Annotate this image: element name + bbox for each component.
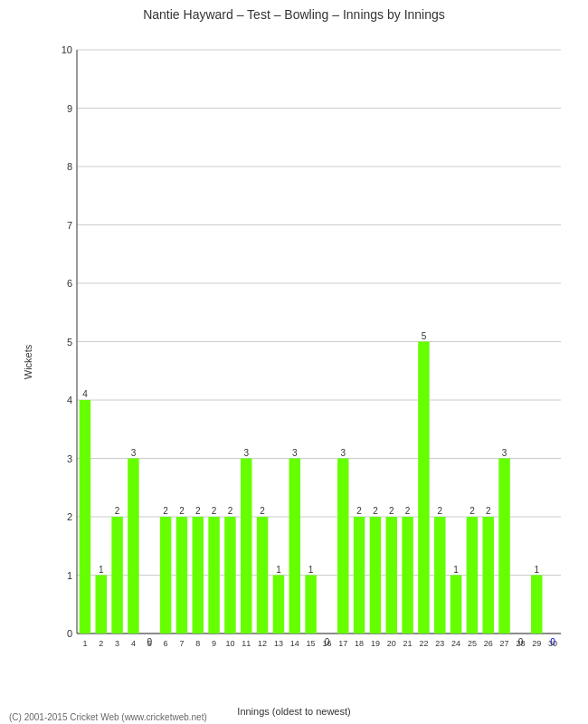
svg-rect-33 (128, 459, 138, 634)
svg-rect-79 (386, 517, 397, 634)
svg-text:10: 10 (225, 639, 234, 648)
svg-text:1: 1 (67, 570, 72, 581)
svg-text:8: 8 (195, 639, 200, 648)
svg-rect-30 (111, 517, 122, 634)
svg-text:21: 21 (403, 639, 413, 648)
svg-rect-24 (80, 400, 90, 634)
svg-text:14: 14 (290, 639, 299, 648)
svg-text:20: 20 (387, 639, 396, 648)
chart-svg: 0123456789104112233405262728292103112121… (50, 36, 570, 661)
svg-rect-105 (531, 576, 542, 634)
svg-text:1: 1 (308, 565, 314, 575)
svg-text:2: 2 (99, 639, 103, 648)
svg-text:7: 7 (179, 639, 184, 648)
svg-text:1: 1 (99, 565, 104, 575)
svg-text:5: 5 (422, 331, 427, 341)
svg-text:2: 2 (486, 506, 491, 516)
svg-text:2: 2 (212, 506, 217, 516)
svg-text:4: 4 (67, 395, 72, 405)
chart-title: Nantie Hayward – Test – Bowling – Inning… (0, 0, 588, 25)
svg-text:2: 2 (115, 506, 120, 516)
svg-rect-47 (208, 517, 219, 634)
svg-text:3: 3 (67, 453, 72, 464)
svg-text:25: 25 (468, 639, 477, 648)
svg-rect-85 (418, 342, 429, 634)
svg-text:2: 2 (260, 506, 265, 516)
svg-text:13: 13 (274, 639, 283, 648)
svg-text:3: 3 (131, 448, 137, 458)
svg-text:2: 2 (389, 506, 394, 516)
svg-rect-44 (193, 517, 204, 634)
svg-text:2: 2 (356, 506, 362, 516)
copyright-text: (C) 2001-2015 Cricket Web (www.cricketwe… (9, 712, 207, 722)
svg-text:15: 15 (307, 639, 316, 648)
svg-rect-50 (224, 517, 235, 634)
svg-rect-62 (289, 459, 300, 634)
svg-text:6: 6 (164, 639, 168, 648)
x-axis-label: Innings (oldest to newest) (237, 706, 350, 717)
svg-rect-41 (176, 517, 187, 634)
svg-rect-53 (241, 459, 251, 634)
svg-text:4: 4 (131, 639, 136, 648)
svg-text:28: 28 (516, 639, 525, 648)
svg-rect-100 (498, 459, 509, 634)
svg-text:3: 3 (502, 448, 507, 458)
svg-rect-65 (305, 576, 316, 634)
svg-text:2: 2 (67, 511, 72, 522)
svg-text:17: 17 (338, 639, 347, 648)
svg-rect-82 (402, 517, 413, 634)
svg-text:5: 5 (67, 337, 72, 348)
svg-text:26: 26 (484, 639, 493, 648)
svg-rect-56 (257, 517, 268, 634)
chart-area: 0123456789104112233405262728292103112121… (50, 36, 570, 661)
y-axis-label: Wickets (23, 345, 33, 380)
svg-text:1: 1 (534, 565, 539, 575)
svg-text:2: 2 (179, 506, 185, 516)
svg-text:10: 10 (62, 44, 72, 55)
svg-rect-88 (434, 517, 445, 634)
svg-text:7: 7 (67, 220, 72, 231)
svg-text:3: 3 (243, 448, 249, 458)
svg-text:30: 30 (548, 639, 557, 648)
svg-rect-76 (370, 517, 381, 634)
chart-container: Nantie Hayward – Test – Bowling – Inning… (0, 0, 588, 724)
svg-text:2: 2 (373, 506, 378, 516)
svg-text:22: 22 (419, 639, 428, 648)
svg-text:6: 6 (67, 278, 72, 289)
svg-text:1: 1 (453, 565, 459, 575)
svg-text:19: 19 (371, 639, 380, 648)
svg-text:1: 1 (276, 565, 281, 575)
svg-text:4: 4 (82, 389, 88, 399)
svg-rect-70 (337, 459, 348, 634)
svg-rect-97 (483, 517, 494, 634)
svg-text:8: 8 (67, 161, 72, 172)
svg-rect-59 (273, 576, 284, 634)
svg-text:2: 2 (228, 506, 233, 516)
svg-text:2: 2 (405, 506, 411, 516)
svg-text:11: 11 (242, 639, 251, 648)
svg-text:2: 2 (437, 506, 442, 516)
svg-text:3: 3 (340, 448, 346, 458)
svg-text:12: 12 (258, 639, 267, 648)
svg-text:18: 18 (355, 639, 364, 648)
svg-text:16: 16 (322, 639, 331, 648)
svg-text:9: 9 (67, 103, 72, 114)
svg-rect-73 (354, 517, 365, 634)
svg-text:5: 5 (147, 639, 152, 648)
svg-rect-94 (467, 517, 478, 634)
svg-rect-91 (450, 576, 461, 634)
svg-text:2: 2 (195, 506, 201, 516)
svg-text:2: 2 (469, 506, 475, 516)
svg-text:9: 9 (212, 639, 216, 648)
svg-text:24: 24 (451, 639, 460, 648)
svg-text:29: 29 (532, 639, 541, 648)
svg-rect-27 (96, 576, 107, 634)
svg-text:23: 23 (435, 639, 444, 648)
svg-text:27: 27 (500, 639, 509, 648)
svg-text:1: 1 (82, 639, 87, 648)
svg-text:0: 0 (67, 628, 72, 639)
svg-text:3: 3 (292, 448, 298, 458)
svg-text:2: 2 (163, 506, 168, 516)
svg-rect-38 (160, 517, 171, 634)
svg-text:3: 3 (115, 639, 119, 648)
